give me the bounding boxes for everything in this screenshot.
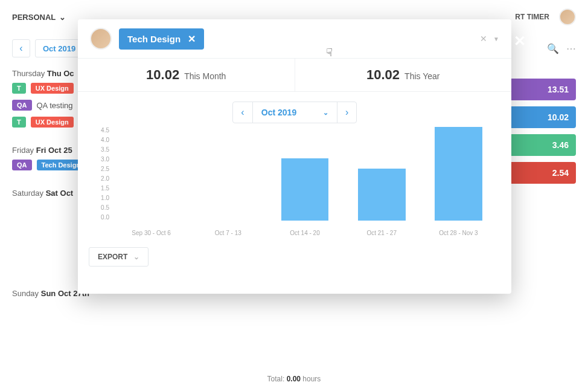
caret-down-icon[interactable]: ▼	[493, 36, 499, 42]
project-tag: T	[12, 117, 26, 128]
x-tick: Oct 21 - 27	[344, 230, 420, 236]
project-tag: UX Design	[31, 117, 74, 128]
workspace-switcher[interactable]: PERSONAL ⌄	[12, 13, 66, 22]
period-label: Oct 2019	[261, 108, 296, 117]
stat-year: 10.02 This Year	[295, 59, 512, 91]
chevron-left-icon: ‹	[241, 107, 244, 118]
y-tick: 3.0	[92, 156, 109, 163]
chart-bar[interactable]	[281, 158, 329, 221]
y-tick: 0.0	[92, 214, 109, 221]
total-row: Total: 0.00 hours	[0, 375, 588, 383]
x-tick: Oct 14 - 20	[266, 230, 343, 236]
chevron-right-icon: ›	[345, 107, 348, 118]
export-button[interactable]: EXPORT ⌄	[89, 247, 149, 267]
project-tag: QA	[12, 100, 32, 111]
period-navigator: ‹ Oct 2019 ⌄ ›	[232, 102, 357, 123]
prev-period-button[interactable]: ‹	[12, 39, 30, 57]
chevron-left-icon: ‹	[19, 43, 22, 54]
y-tick: 4.5	[92, 127, 109, 134]
period-selector[interactable]: Oct 2019	[35, 39, 83, 57]
filter-chip-label: Tech Design	[127, 34, 181, 44]
period-label: Oct 2019	[43, 44, 75, 53]
summary-pill[interactable]: 13.51	[510, 79, 576, 100]
more-icon[interactable]: ⋯	[566, 43, 576, 54]
chart-bar[interactable]	[435, 127, 482, 221]
y-tick: 3.5	[92, 146, 109, 153]
project-tag: T	[12, 83, 26, 94]
clear-icon[interactable]: ✕	[480, 34, 487, 44]
stat-label: This Year	[404, 71, 439, 81]
stat-month: 10.02 This Month	[78, 59, 295, 91]
avatar[interactable]	[559, 8, 576, 25]
y-tick: 2.5	[92, 166, 109, 172]
summary-pill[interactable]: 10.02	[510, 106, 576, 128]
close-icon[interactable]: ✕	[188, 33, 196, 45]
x-tick: Oct 7 - 13	[190, 230, 266, 236]
avatar[interactable]	[90, 28, 112, 50]
y-tick: 4.0	[92, 137, 109, 143]
chevron-down-icon: ⌄	[323, 109, 328, 117]
stat-value: 10.02	[366, 67, 400, 83]
close-modal-button[interactable]: ✕	[514, 33, 526, 50]
search-icon[interactable]: 🔍	[547, 43, 559, 54]
project-tag: UX Design	[31, 83, 74, 94]
chart-bar[interactable]	[358, 169, 406, 221]
prev-month-button[interactable]: ‹	[233, 102, 252, 123]
stat-label: This Month	[184, 71, 226, 81]
summary-pill[interactable]: 3.46	[510, 134, 576, 156]
y-tick: 0.5	[92, 204, 109, 211]
report-modal: Tech Design ✕ ✕ ▼ 10.02 This Month 10.02…	[78, 19, 511, 294]
next-month-button[interactable]: ›	[337, 102, 356, 123]
chevron-down-icon: ⌄	[133, 253, 139, 261]
filter-chip[interactable]: Tech Design ✕	[119, 28, 204, 50]
x-tick: Sep 30 - Oct 6	[113, 230, 190, 236]
y-tick: 1.5	[92, 185, 109, 192]
stat-value: 10.02	[146, 67, 179, 83]
project-tag: QA	[12, 160, 32, 170]
hours-bar-chart: 4.54.03.53.02.52.01.51.00.50.0	[92, 127, 497, 230]
y-tick: 1.0	[92, 195, 109, 201]
stats-row: 10.02 This Month 10.02 This Year	[78, 58, 511, 92]
period-dropdown[interactable]: Oct 2019 ⌄	[252, 102, 337, 123]
export-label: EXPORT	[98, 253, 127, 261]
cursor-icon: ☟	[326, 46, 333, 59]
summary-pill[interactable]: 2.54	[510, 162, 576, 184]
x-tick: Oct 28 - Nov 3	[420, 230, 497, 236]
workspace-label: PERSONAL	[12, 13, 56, 22]
chevron-down-icon: ⌄	[59, 13, 66, 22]
entry-description: QA testing	[37, 101, 73, 110]
start-timer-button[interactable]: RT TIMER	[515, 13, 549, 21]
y-tick: 2.0	[92, 175, 109, 182]
